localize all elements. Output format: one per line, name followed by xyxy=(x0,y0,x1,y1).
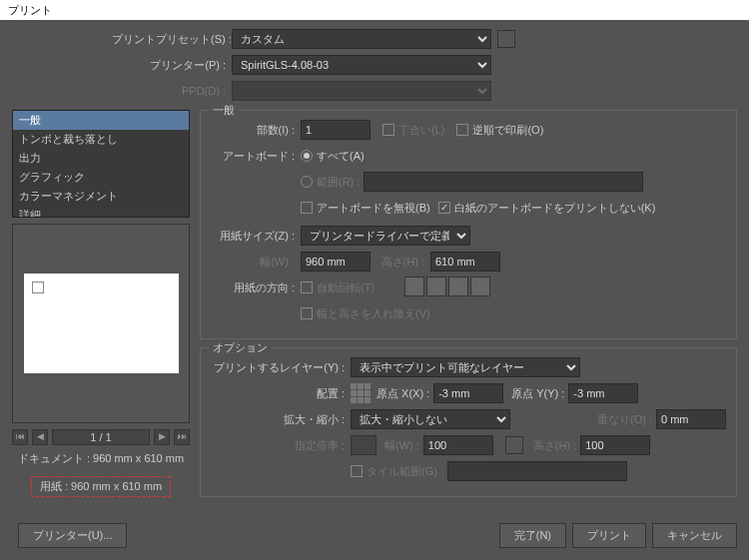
artboard-all-label: すべて(A) xyxy=(317,149,365,164)
pager-first-icon[interactable]: ⏮ xyxy=(12,429,28,445)
list-item-graphic[interactable]: グラフィック xyxy=(13,168,189,187)
list-item-output[interactable]: 出力 xyxy=(13,149,189,168)
width-input xyxy=(301,252,371,272)
auto-rotate-checkbox xyxy=(301,281,313,293)
layers-select[interactable]: 表示中でプリント可能なレイヤー xyxy=(351,357,580,377)
overlap-label: 重なり(O) : xyxy=(597,412,652,427)
list-item-marks[interactable]: トンボと裁ち落とし xyxy=(13,130,189,149)
document-size: ドキュメント : 960 mm x 610 mm xyxy=(12,451,190,466)
paper-size-select[interactable]: プリンタードライバーで定義 xyxy=(301,226,470,246)
section-list[interactable]: 一般 トンボと裁ち落とし 出力 グラフィック カラーマネジメント 詳細 xyxy=(12,110,190,218)
ratio-icon xyxy=(351,435,376,455)
origin-y-input[interactable] xyxy=(568,383,638,403)
artboard-range-radio[interactable] xyxy=(301,176,313,188)
blank-artboard-label: 白紙のアートボードをプリントしない(K) xyxy=(454,201,656,216)
height-label: 高さ(H) : xyxy=(371,255,430,270)
ratio-h-label: 高さ(H) : xyxy=(533,438,576,453)
general-title: 一般 xyxy=(209,103,239,118)
print-button[interactable]: プリント xyxy=(572,523,646,548)
range-label: 範囲(R) : xyxy=(317,175,360,190)
paper-size-label: 用紙サイズ(Z) : xyxy=(211,229,301,244)
preset-label: プリントプリセット(S) : xyxy=(112,32,232,47)
list-item-detail[interactable]: 詳細 xyxy=(13,206,189,218)
origin-x-input[interactable] xyxy=(433,383,503,403)
options-title: オプション xyxy=(209,340,272,355)
collate-label: 丁合い(L) xyxy=(398,123,444,138)
pager-prev-icon[interactable]: ◀ xyxy=(32,429,48,445)
ratio-label: 指定倍率 : xyxy=(211,438,351,453)
link-icon xyxy=(505,436,523,454)
placement-label: 配置 : xyxy=(211,386,351,401)
paper-size-info: 用紙 : 960 mm x 610 mm xyxy=(31,476,171,497)
ignore-artboard-checkbox[interactable] xyxy=(301,202,313,214)
width-label: 幅(W) : xyxy=(211,255,301,270)
reverse-checkbox[interactable] xyxy=(456,124,468,136)
tile-input xyxy=(447,461,627,481)
list-item-color[interactable]: カラーマネジメント xyxy=(13,187,189,206)
tile-checkbox xyxy=(351,465,363,477)
swap-checkbox xyxy=(301,307,313,319)
orientation-icons[interactable] xyxy=(404,277,492,298)
artboard-all-radio[interactable] xyxy=(301,150,313,162)
layers-label: プリントするレイヤー(Y) : xyxy=(211,360,351,375)
height-input xyxy=(430,252,500,272)
blank-artboard-checkbox[interactable] xyxy=(438,202,450,214)
auto-rotate-label: 自動回転(T) xyxy=(317,280,374,295)
printer-settings-button[interactable]: プリンター(U)... xyxy=(18,523,127,548)
scale-label: 拡大・縮小 : xyxy=(211,412,351,427)
preset-select[interactable]: カスタム xyxy=(232,29,491,49)
printer-select[interactable]: SpiritGLS-4.08-03 xyxy=(232,55,491,75)
pager-last-icon[interactable]: ⏭ xyxy=(174,429,190,445)
swap-label: 幅と高さを入れ換え(V) xyxy=(317,306,430,321)
placement-grid-icon[interactable] xyxy=(351,383,371,403)
range-input xyxy=(364,172,643,192)
artboard-label: アートボード : xyxy=(211,149,301,164)
save-preset-icon[interactable] xyxy=(497,30,515,48)
ignore-artboard-label: アートボードを無視(B) xyxy=(317,201,430,216)
ppd-label: PPD(D) : xyxy=(112,85,232,97)
list-item-general[interactable]: 一般 xyxy=(13,111,189,130)
pager-text: 1 / 1 xyxy=(52,429,150,445)
ratio-h-input xyxy=(580,435,650,455)
tile-label: タイル範囲(G) : xyxy=(367,464,443,479)
ratio-w-input xyxy=(423,435,493,455)
copies-label: 部数(I) : xyxy=(211,123,301,138)
scale-select[interactable]: 拡大・縮小しない xyxy=(351,409,510,429)
print-preview xyxy=(12,224,190,423)
overlap-input xyxy=(656,409,726,429)
cancel-button[interactable]: キャンセル xyxy=(652,523,737,548)
origin-y-label: 原点 Y(Y) : xyxy=(511,386,564,401)
printer-label: プリンター(P) : xyxy=(112,58,232,73)
reverse-label: 逆順で印刷(O) xyxy=(472,123,543,138)
done-button[interactable]: 完了(N) xyxy=(499,523,566,548)
window-title: プリント xyxy=(0,0,749,20)
pager-next-icon[interactable]: ▶ xyxy=(154,429,170,445)
ratio-w-label: 幅(W) : xyxy=(384,438,419,453)
origin-x-label: 原点 X(X) : xyxy=(376,386,429,401)
ppd-select xyxy=(232,81,491,101)
orient-label: 用紙の方向 : xyxy=(211,280,301,295)
copies-input[interactable] xyxy=(301,120,371,140)
collate-checkbox xyxy=(382,124,394,136)
